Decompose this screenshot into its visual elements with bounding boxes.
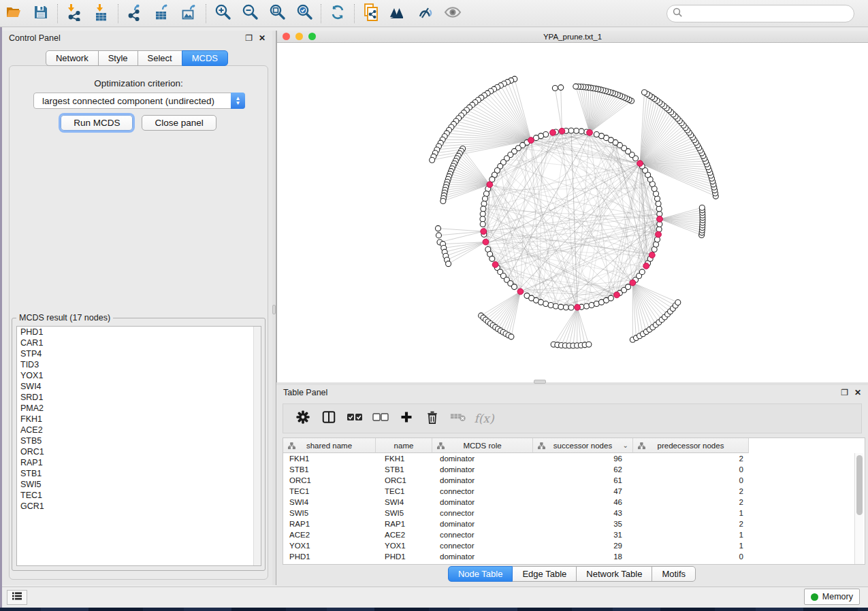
network-node[interactable] xyxy=(553,303,558,309)
network-node[interactable] xyxy=(430,157,435,163)
tab-network[interactable]: Network xyxy=(46,50,99,66)
network-node[interactable] xyxy=(511,284,517,290)
mcds-hub-node[interactable] xyxy=(517,288,524,295)
zoom-fit-button[interactable] xyxy=(263,2,291,25)
network-node[interactable] xyxy=(558,304,564,310)
mcds-hub-node[interactable] xyxy=(643,263,649,269)
network-node[interactable] xyxy=(573,84,579,89)
network-node[interactable] xyxy=(489,256,495,261)
close-panel-icon[interactable]: ✕ xyxy=(854,389,861,397)
network-node[interactable] xyxy=(626,284,631,290)
mcds-hub-node[interactable] xyxy=(559,128,565,134)
mcds-hub-node[interactable] xyxy=(528,137,534,144)
mcds-result-item[interactable]: SWI5 xyxy=(17,479,261,490)
network-node[interactable] xyxy=(656,201,661,206)
network-node[interactable] xyxy=(481,201,487,206)
network-node[interactable] xyxy=(589,302,594,308)
scrollbar-thumb[interactable] xyxy=(856,455,863,515)
delete-column-button[interactable] xyxy=(421,407,444,430)
mcds-result-item[interactable]: CAR1 xyxy=(17,337,261,348)
close-panel-button[interactable]: Close panel xyxy=(142,115,216,131)
network-node[interactable] xyxy=(574,128,579,133)
mcds-result-item[interactable]: GCR1 xyxy=(17,501,261,512)
mcds-result-item[interactable]: STP4 xyxy=(17,348,261,359)
network-node[interactable] xyxy=(675,300,681,306)
search-field[interactable] xyxy=(683,7,854,20)
tab-style[interactable]: Style xyxy=(98,50,138,66)
mcds-result-item[interactable]: YOX1 xyxy=(17,370,261,381)
criterion-select[interactable]: largest connected component (undirected)… xyxy=(33,93,245,109)
table-scrollbar[interactable] xyxy=(854,453,863,564)
table-tab-motifs[interactable]: Motifs xyxy=(652,566,696,582)
open-session-button[interactable] xyxy=(0,2,27,25)
zoom-selected-button[interactable] xyxy=(291,2,318,25)
mcds-hub-node[interactable] xyxy=(656,231,662,237)
table-tab-edge-table[interactable]: Edge Table xyxy=(512,566,577,582)
list-scrollbar[interactable] xyxy=(253,327,261,565)
network-node[interactable] xyxy=(480,222,485,227)
import-table-button[interactable] xyxy=(88,2,115,25)
mcds-result-item[interactable]: SRD1 xyxy=(17,392,261,403)
mcds-hub-node[interactable] xyxy=(483,239,489,245)
table-row[interactable]: FKH1FKH1dominator962 xyxy=(283,453,865,464)
network-node[interactable] xyxy=(509,334,514,340)
network-node[interactable] xyxy=(481,206,486,212)
mcds-result-item[interactable]: TID3 xyxy=(17,359,261,370)
network-node[interactable] xyxy=(656,206,662,212)
splitter-grip[interactable] xyxy=(272,305,276,314)
mcds-result-item[interactable]: PHD1 xyxy=(17,327,261,337)
table-row[interactable]: STB1STB1dominator620 xyxy=(283,464,865,475)
network-node[interactable] xyxy=(608,295,613,301)
export-network-button[interactable] xyxy=(121,2,148,25)
select-all-rows-button[interactable] xyxy=(343,407,366,430)
network-graph[interactable] xyxy=(277,44,868,382)
mcds-hub-node[interactable] xyxy=(630,280,636,286)
network-canvas[interactable] xyxy=(277,44,868,382)
network-document-button[interactable] xyxy=(357,2,385,25)
mcds-hub-node[interactable] xyxy=(637,161,643,167)
mcds-hub-node[interactable] xyxy=(657,216,663,222)
mcds-result-item[interactable]: ACE2 xyxy=(17,425,261,435)
network-node[interactable] xyxy=(579,129,584,134)
mcds-result-item[interactable]: STB1 xyxy=(17,468,261,479)
network-node[interactable] xyxy=(436,233,441,238)
network-node[interactable] xyxy=(699,205,705,210)
zoom-out-button[interactable] xyxy=(236,2,263,25)
table-row[interactable]: RAP1RAP1dominator352 xyxy=(283,518,865,529)
network-node[interactable] xyxy=(548,302,553,308)
network-node[interactable] xyxy=(480,211,485,216)
search-input[interactable] xyxy=(666,5,854,22)
mcds-result-item[interactable]: TEC1 xyxy=(17,490,261,501)
mcds-result-list[interactable]: PHD1CAR1STP4TID3YOX1SWI4SRD1PMA2FKH1ACE2… xyxy=(16,326,261,566)
network-node[interactable] xyxy=(440,199,446,204)
column-header-MCDS-role[interactable]: MCDS role xyxy=(432,438,533,453)
table-tab-node-table[interactable]: Node Table xyxy=(448,566,513,582)
deselect-all-rows-button[interactable] xyxy=(369,407,392,430)
table-row[interactable]: SWI5SWI5connector431 xyxy=(283,508,865,518)
float-panel-icon[interactable]: ❐ xyxy=(841,389,848,397)
mcds-hub-node[interactable] xyxy=(649,252,655,258)
tab-select[interactable]: Select xyxy=(138,50,182,66)
mcds-result-item[interactable]: FKH1 xyxy=(17,414,261,425)
table-row[interactable]: ORC1ORC1dominator610 xyxy=(283,475,865,486)
run-mcds-button[interactable]: Run MCDS xyxy=(61,115,133,131)
network-node[interactable] xyxy=(480,216,485,222)
network-node[interactable] xyxy=(435,226,440,231)
float-panel-icon[interactable]: ❐ xyxy=(245,34,253,42)
column-header-successor-nodes[interactable]: successor nodes⌄ xyxy=(533,438,633,453)
network-node[interactable] xyxy=(483,191,489,197)
mcds-hub-node[interactable] xyxy=(481,229,487,235)
mcds-hub-node[interactable] xyxy=(575,304,581,310)
mcds-hub-node[interactable] xyxy=(614,292,620,298)
mcds-hub-node[interactable] xyxy=(487,182,493,188)
network-node[interactable] xyxy=(543,301,549,307)
network-node[interactable] xyxy=(483,196,488,201)
import-network-button[interactable] xyxy=(61,2,88,25)
table-row[interactable]: ACE2ACE2connector311 xyxy=(283,529,865,540)
mcds-result-item[interactable]: ORC1 xyxy=(17,446,261,457)
network-node[interactable] xyxy=(654,196,660,201)
table-row[interactable]: TEC1TEC1connector472 xyxy=(283,486,865,497)
show-columns-button[interactable] xyxy=(317,407,340,430)
hide-details-button[interactable] xyxy=(412,2,439,25)
mcds-result-item[interactable]: STB5 xyxy=(17,435,261,446)
